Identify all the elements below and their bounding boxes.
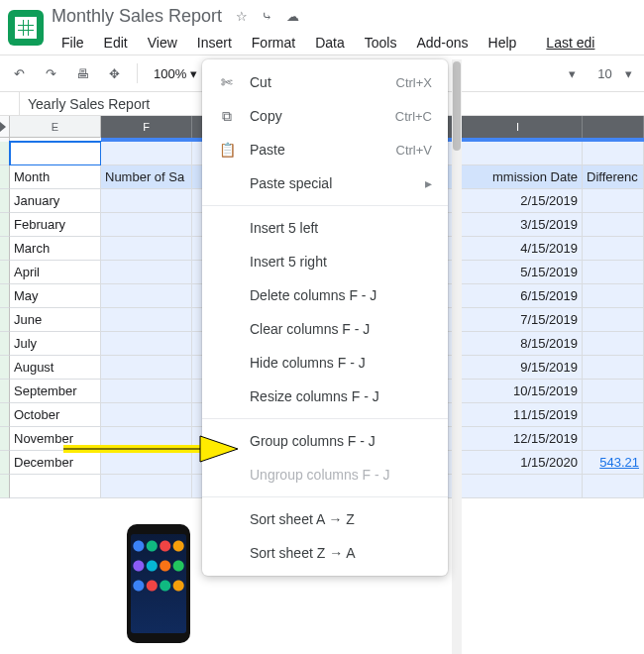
row-header[interactable] — [0, 284, 10, 308]
cell-diff[interactable] — [583, 213, 644, 237]
row-header[interactable] — [0, 356, 10, 380]
menu-item-resize-cols[interactable]: Resize columns F - J — [202, 380, 448, 413]
cell-date[interactable]: 10/15/2019 — [454, 380, 583, 403]
embedded-image-phone[interactable] — [127, 524, 190, 643]
cell-date[interactable]: 6/15/2019 — [454, 284, 583, 308]
cell-diff[interactable] — [583, 332, 644, 356]
cell-diff[interactable] — [583, 403, 644, 427]
cell-diff[interactable] — [583, 237, 644, 261]
menu-format[interactable]: Format — [242, 31, 305, 54]
menu-item-group-cols[interactable]: Group columns F - J — [202, 424, 448, 458]
fontsize-dropdown[interactable]: 10 ▾ — [591, 64, 638, 83]
cloud-status-icon[interactable]: ☁ — [286, 9, 299, 24]
menu-item-clear-cols[interactable]: Clear columns F - J — [202, 312, 448, 346]
menu-view[interactable]: View — [138, 31, 187, 54]
cell-month[interactable]: September — [10, 380, 101, 403]
sheets-logo-icon — [8, 10, 44, 46]
select-all-corner[interactable] — [0, 116, 10, 138]
cell-diff[interactable] — [583, 189, 644, 213]
menu-scrollbar[interactable] — [452, 59, 462, 654]
undo-button[interactable]: ↶ — [6, 60, 32, 86]
print-button[interactable]: 🖶 — [69, 60, 95, 86]
menu-item-hide-cols[interactable]: Hide columns F - J — [202, 346, 448, 380]
row-header[interactable] — [0, 261, 10, 284]
col-header-e[interactable]: E — [10, 116, 101, 138]
star-icon[interactable]: ☆ — [236, 9, 248, 24]
col-header-i[interactable]: I — [454, 116, 583, 138]
cell-diff[interactable] — [583, 261, 644, 284]
menu-item-paste-special[interactable]: Paste special ▸ — [202, 166, 448, 200]
cell-month[interactable]: January — [10, 189, 101, 213]
menu-item-paste[interactable]: 📋 Paste Ctrl+V — [202, 133, 448, 166]
cell-date[interactable]: 8/15/2019 — [454, 332, 583, 356]
cell-diff[interactable] — [583, 380, 644, 403]
cell-header-commdate[interactable]: mmission Date — [454, 165, 583, 189]
cell-header-numsales[interactable]: Number of Sa — [101, 165, 192, 189]
menu-item-insert-right[interactable]: Insert 5 right — [202, 245, 448, 278]
cell-date[interactable]: 11/15/2019 — [454, 403, 583, 427]
row-header[interactable] — [0, 332, 10, 356]
cell-month[interactable]: May — [10, 284, 101, 308]
cell-date[interactable]: 4/15/2019 — [454, 237, 583, 261]
cell-date[interactable]: 5/15/2019 — [454, 261, 583, 284]
menu-item-insert-left[interactable]: Insert 5 left — [202, 211, 448, 245]
redo-button[interactable]: ↷ — [38, 60, 63, 86]
cell-date[interactable]: 9/15/2019 — [454, 356, 583, 380]
cell-month[interactable]: April — [10, 261, 101, 284]
row-header[interactable] — [0, 213, 10, 237]
font-dropdown[interactable]: ▾ — [563, 64, 582, 83]
move-icon[interactable]: ⤷ — [262, 9, 272, 24]
cell-diff[interactable]: 543.21 — [583, 451, 644, 475]
cell-header-diff[interactable]: Differenc — [583, 165, 644, 189]
cell-diff[interactable] — [583, 356, 644, 380]
cell-date[interactable]: 2/15/2019 — [454, 189, 583, 213]
menu-item-cut[interactable]: ✄ Cut Ctrl+X — [202, 65, 448, 99]
row-header[interactable] — [0, 189, 10, 213]
row-header[interactable] — [0, 380, 10, 403]
col-header-j[interactable] — [583, 116, 644, 138]
menu-item-sort-za[interactable]: Sort sheet Z → A — [202, 536, 448, 570]
row-header[interactable] — [0, 427, 10, 451]
menu-tools[interactable]: Tools — [355, 31, 407, 54]
menu-item-sort-az[interactable]: Sort sheet A → Z — [202, 502, 448, 536]
menu-addons[interactable]: Add-ons — [406, 31, 478, 54]
menu-insert[interactable]: Insert — [187, 31, 242, 54]
paint-format-button[interactable]: ✥ — [101, 60, 127, 86]
last-edit-link[interactable]: Last edi — [536, 31, 604, 54]
row-header[interactable] — [0, 237, 10, 261]
row-header[interactable] — [0, 142, 10, 165]
row-header[interactable] — [0, 308, 10, 332]
cell-date[interactable]: 7/15/2019 — [454, 308, 583, 332]
zoom-dropdown[interactable]: 100% ▾ — [154, 66, 197, 81]
cell-month[interactable]: August — [10, 356, 101, 380]
menu-item-copy[interactable]: ⧉ Copy Ctrl+C — [202, 99, 448, 133]
row-header[interactable] — [0, 451, 10, 475]
cell-month[interactable]: June — [10, 308, 101, 332]
cell-month[interactable]: November — [10, 427, 101, 451]
row-header[interactable] — [0, 165, 10, 189]
cell-diff[interactable] — [583, 308, 644, 332]
col-header-f[interactable]: F — [101, 116, 192, 138]
context-menu: ✄ Cut Ctrl+X ⧉ Copy Ctrl+C 📋 Paste Ctrl+… — [202, 59, 448, 576]
menu-data[interactable]: Data — [305, 31, 355, 54]
menu-file[interactable]: File — [52, 31, 94, 54]
cell-diff[interactable] — [583, 284, 644, 308]
cell-month[interactable]: July — [10, 332, 101, 356]
menu-help[interactable]: Help — [479, 31, 527, 54]
cell-month[interactable]: February — [10, 213, 101, 237]
cell-diff[interactable] — [583, 427, 644, 451]
menu-edit[interactable]: Edit — [94, 31, 138, 54]
cell-header-month[interactable]: Month — [10, 165, 101, 189]
menu-item-delete-cols[interactable]: Delete columns F - J — [202, 278, 448, 312]
row-header[interactable] — [0, 403, 10, 427]
active-cell[interactable] — [10, 142, 101, 165]
cell-date[interactable]: 12/15/2019 — [454, 427, 583, 451]
name-box[interactable]: Yearly Sales Report — [20, 96, 158, 112]
cell-month[interactable]: March — [10, 237, 101, 261]
cell-date[interactable]: 1/15/2020 — [454, 451, 583, 475]
cell-date[interactable]: 3/15/2019 — [454, 213, 583, 237]
row-header[interactable] — [0, 475, 10, 498]
cell-month[interactable]: October — [10, 403, 101, 427]
cell-month[interactable]: December — [10, 451, 101, 475]
doc-title[interactable]: Monthly Sales Report — [52, 6, 222, 27]
